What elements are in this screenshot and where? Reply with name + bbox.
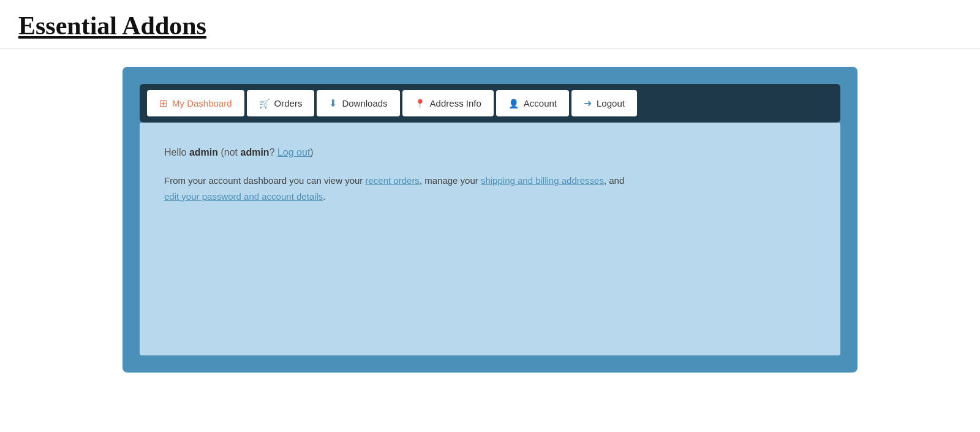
tab-logout-label: Logout	[597, 98, 625, 108]
tab-orders[interactable]: Orders	[247, 90, 315, 116]
tab-downloads-label: Downloads	[342, 98, 387, 108]
hello-not-username: admin	[241, 147, 270, 157]
recent-orders-link[interactable]: recent orders	[366, 175, 420, 186]
tab-dashboard[interactable]: My Dashboard	[147, 90, 244, 116]
main-content: My Dashboard Orders Downloads Address In…	[0, 48, 980, 391]
logout-link[interactable]: Log out	[277, 147, 310, 157]
hello-text: Hello admin (not admin? Log out)	[164, 147, 816, 158]
logout-icon	[584, 97, 592, 109]
hello-not-text: (not	[221, 147, 240, 157]
address-icon	[415, 98, 425, 109]
tab-address-label: Address Info	[430, 98, 481, 108]
tab-address[interactable]: Address Info	[402, 90, 494, 116]
widget-container: My Dashboard Orders Downloads Address In…	[123, 67, 858, 373]
dashboard-icon	[159, 97, 167, 109]
hello-username: admin	[189, 147, 218, 157]
tab-downloads[interactable]: Downloads	[317, 90, 399, 116]
orders-icon	[259, 98, 270, 109]
edit-password-link[interactable]: edit your password and account details	[164, 191, 323, 202]
description-text: From your account dashboard you can view…	[164, 173, 816, 204]
desc-mid: , manage your	[420, 175, 481, 186]
tab-dashboard-label: My Dashboard	[172, 98, 232, 108]
page-header: Essential Addons	[0, 0, 980, 48]
tab-orders-label: Orders	[274, 98, 303, 108]
tab-logout[interactable]: Logout	[571, 90, 637, 116]
content-area: Hello admin (not admin? Log out) From yo…	[140, 123, 840, 355]
nav-bar: My Dashboard Orders Downloads Address In…	[140, 84, 840, 123]
tab-account-label: Account	[524, 98, 557, 108]
desc-mid2: , and	[604, 175, 624, 186]
desc-end: .	[323, 191, 325, 202]
downloads-icon	[329, 97, 337, 109]
page-title: Essential Addons	[18, 11, 962, 40]
shipping-billing-link[interactable]: shipping and billing addresses	[481, 175, 604, 186]
tab-account[interactable]: Account	[496, 90, 569, 116]
account-icon	[508, 98, 519, 109]
desc-prefix: From your account dashboard you can view…	[164, 175, 366, 186]
